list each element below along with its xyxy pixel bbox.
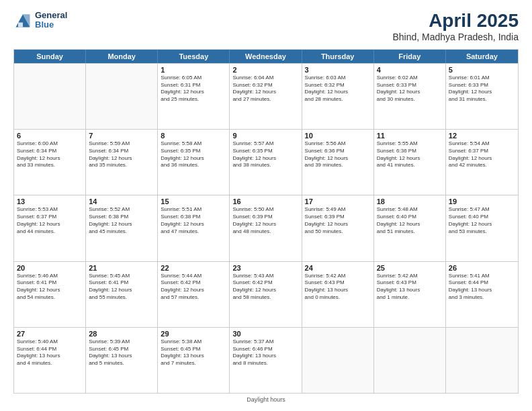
- header: General Blue April 2025 Bhind, Madhya Pr…: [13, 11, 519, 42]
- day-number: 24: [305, 264, 371, 272]
- calendar-row-5: 27Sunrise: 5:40 AMSunset: 6:44 PMDayligh…: [14, 327, 518, 393]
- calendar-cell: 1Sunrise: 6:05 AMSunset: 6:31 PMDaylight…: [158, 64, 230, 129]
- day-info: Sunrise: 5:59 AMSunset: 6:34 PMDaylight:…: [89, 140, 154, 169]
- weekday-header-tuesday: Tuesday: [158, 50, 230, 63]
- calendar-cell: 29Sunrise: 5:38 AMSunset: 6:45 PMDayligh…: [158, 328, 230, 393]
- calendar-cell: 30Sunrise: 5:37 AMSunset: 6:46 PMDayligh…: [230, 328, 302, 393]
- day-number: 13: [17, 197, 83, 205]
- day-info: Sunrise: 6:03 AMSunset: 6:32 PMDaylight:…: [305, 75, 371, 103]
- day-number: 7: [89, 132, 154, 140]
- calendar-cell: 12Sunrise: 5:54 AMSunset: 6:37 PMDayligh…: [446, 130, 518, 195]
- calendar-cell: [302, 328, 374, 393]
- calendar-cell: 8Sunrise: 5:58 AMSunset: 6:35 PMDaylight…: [158, 130, 230, 195]
- day-info: Sunrise: 5:54 AMSunset: 6:37 PMDaylight:…: [449, 140, 515, 169]
- day-info: Sunrise: 5:42 AMSunset: 6:43 PMDaylight:…: [305, 273, 371, 302]
- footer-text: Daylight hours: [247, 396, 285, 403]
- page: General Blue April 2025 Bhind, Madhya Pr…: [0, 0, 532, 411]
- day-info: Sunrise: 5:48 AMSunset: 6:40 PMDaylight:…: [377, 206, 443, 235]
- calendar-title: April 2025: [392, 11, 519, 32]
- day-number: 26: [449, 264, 515, 272]
- weekday-header-saturday: Saturday: [446, 50, 518, 63]
- calendar-cell: 13Sunrise: 5:53 AMSunset: 6:37 PMDayligh…: [14, 195, 86, 261]
- day-info: Sunrise: 5:56 AMSunset: 6:36 PMDaylight:…: [305, 140, 371, 169]
- day-number: 30: [232, 330, 298, 338]
- calendar-cell: 28Sunrise: 5:39 AMSunset: 6:45 PMDayligh…: [86, 328, 158, 393]
- day-number: 9: [232, 132, 298, 140]
- calendar-cell: 23Sunrise: 5:43 AMSunset: 6:42 PMDayligh…: [230, 262, 302, 327]
- title-block: April 2025 Bhind, Madhya Pradesh, India: [392, 11, 519, 42]
- logo-icon: [13, 11, 32, 30]
- day-info: Sunrise: 5:39 AMSunset: 6:45 PMDaylight:…: [89, 338, 154, 367]
- calendar-cell: 4Sunrise: 6:02 AMSunset: 6:33 PMDaylight…: [374, 64, 446, 129]
- calendar-row-3: 13Sunrise: 5:53 AMSunset: 6:37 PMDayligh…: [14, 195, 518, 261]
- day-number: 29: [161, 330, 226, 338]
- day-info: Sunrise: 5:47 AMSunset: 6:40 PMDaylight:…: [449, 206, 515, 235]
- day-info: Sunrise: 5:41 AMSunset: 6:44 PMDaylight:…: [449, 273, 515, 302]
- day-number: 11: [377, 132, 443, 140]
- calendar: SundayMondayTuesdayWednesdayThursdayFrid…: [13, 49, 519, 394]
- day-info: Sunrise: 6:05 AMSunset: 6:31 PMDaylight:…: [161, 75, 226, 103]
- day-number: 2: [232, 66, 298, 74]
- day-info: Sunrise: 5:49 AMSunset: 6:39 PMDaylight:…: [305, 206, 371, 235]
- calendar-row-1: 1Sunrise: 6:05 AMSunset: 6:31 PMDaylight…: [14, 63, 518, 129]
- logo-text: General Blue: [35, 11, 67, 30]
- day-info: Sunrise: 5:50 AMSunset: 6:39 PMDaylight:…: [232, 206, 298, 235]
- day-info: Sunrise: 5:37 AMSunset: 6:46 PMDaylight:…: [232, 338, 298, 367]
- day-number: 4: [377, 66, 443, 74]
- calendar-row-4: 20Sunrise: 5:46 AMSunset: 6:41 PMDayligh…: [14, 261, 518, 327]
- footer-note: Daylight hours: [13, 396, 519, 404]
- calendar-cell: [446, 328, 518, 393]
- calendar-cell: 14Sunrise: 5:52 AMSunset: 6:38 PMDayligh…: [86, 195, 158, 261]
- calendar-cell: 6Sunrise: 6:00 AMSunset: 6:34 PMDaylight…: [14, 130, 86, 195]
- calendar-cell: 19Sunrise: 5:47 AMSunset: 6:40 PMDayligh…: [446, 195, 518, 261]
- weekday-header-wednesday: Wednesday: [230, 50, 302, 63]
- day-number: 8: [161, 132, 226, 140]
- weekday-header-friday: Friday: [374, 50, 446, 63]
- logo-general: General: [35, 11, 67, 20]
- day-number: 14: [89, 197, 154, 205]
- day-info: Sunrise: 6:01 AMSunset: 6:33 PMDaylight:…: [449, 75, 515, 103]
- day-number: 12: [449, 132, 515, 140]
- calendar-body: 1Sunrise: 6:05 AMSunset: 6:31 PMDaylight…: [14, 63, 518, 393]
- calendar-cell: [86, 64, 158, 129]
- calendar-cell: 18Sunrise: 5:48 AMSunset: 6:40 PMDayligh…: [374, 195, 446, 261]
- day-number: 20: [17, 264, 83, 272]
- day-number: 5: [449, 66, 515, 74]
- day-info: Sunrise: 5:52 AMSunset: 6:38 PMDaylight:…: [89, 206, 154, 235]
- day-number: 21: [89, 264, 154, 272]
- day-info: Sunrise: 6:02 AMSunset: 6:33 PMDaylight:…: [377, 75, 443, 103]
- day-info: Sunrise: 5:55 AMSunset: 6:36 PMDaylight:…: [377, 140, 443, 169]
- calendar-cell: 27Sunrise: 5:40 AMSunset: 6:44 PMDayligh…: [14, 328, 86, 393]
- logo-blue: Blue: [35, 20, 67, 30]
- calendar-cell: 11Sunrise: 5:55 AMSunset: 6:36 PMDayligh…: [374, 130, 446, 195]
- calendar-cell: 26Sunrise: 5:41 AMSunset: 6:44 PMDayligh…: [446, 262, 518, 327]
- day-info: Sunrise: 6:04 AMSunset: 6:32 PMDaylight:…: [232, 75, 298, 103]
- day-number: 1: [161, 66, 226, 74]
- day-number: 10: [305, 132, 371, 140]
- day-info: Sunrise: 5:45 AMSunset: 6:41 PMDaylight:…: [89, 273, 154, 302]
- calendar-cell: 3Sunrise: 6:03 AMSunset: 6:32 PMDaylight…: [302, 64, 374, 129]
- day-number: 18: [377, 197, 443, 205]
- weekday-header-sunday: Sunday: [14, 50, 86, 63]
- day-info: Sunrise: 5:53 AMSunset: 6:37 PMDaylight:…: [17, 206, 83, 235]
- day-info: Sunrise: 5:40 AMSunset: 6:44 PMDaylight:…: [17, 338, 83, 367]
- calendar-cell: [374, 328, 446, 393]
- calendar-cell: 16Sunrise: 5:50 AMSunset: 6:39 PMDayligh…: [230, 195, 302, 261]
- day-number: 15: [161, 197, 226, 205]
- weekday-header-thursday: Thursday: [302, 50, 374, 63]
- day-info: Sunrise: 5:43 AMSunset: 6:42 PMDaylight:…: [232, 273, 298, 302]
- day-number: 25: [377, 264, 443, 272]
- calendar-cell: 7Sunrise: 5:59 AMSunset: 6:34 PMDaylight…: [86, 130, 158, 195]
- day-info: Sunrise: 5:58 AMSunset: 6:35 PMDaylight:…: [161, 140, 226, 169]
- calendar-header: SundayMondayTuesdayWednesdayThursdayFrid…: [14, 50, 518, 63]
- day-number: 27: [17, 330, 83, 338]
- day-info: Sunrise: 5:38 AMSunset: 6:45 PMDaylight:…: [161, 338, 226, 367]
- calendar-row-2: 6Sunrise: 6:00 AMSunset: 6:34 PMDaylight…: [14, 129, 518, 195]
- day-info: Sunrise: 5:44 AMSunset: 6:42 PMDaylight:…: [161, 273, 226, 302]
- day-number: 17: [305, 197, 371, 205]
- day-number: 6: [17, 132, 83, 140]
- day-number: 28: [89, 330, 154, 338]
- day-info: Sunrise: 5:57 AMSunset: 6:35 PMDaylight:…: [232, 140, 298, 169]
- day-info: Sunrise: 5:42 AMSunset: 6:43 PMDaylight:…: [377, 273, 443, 302]
- calendar-cell: 25Sunrise: 5:42 AMSunset: 6:43 PMDayligh…: [374, 262, 446, 327]
